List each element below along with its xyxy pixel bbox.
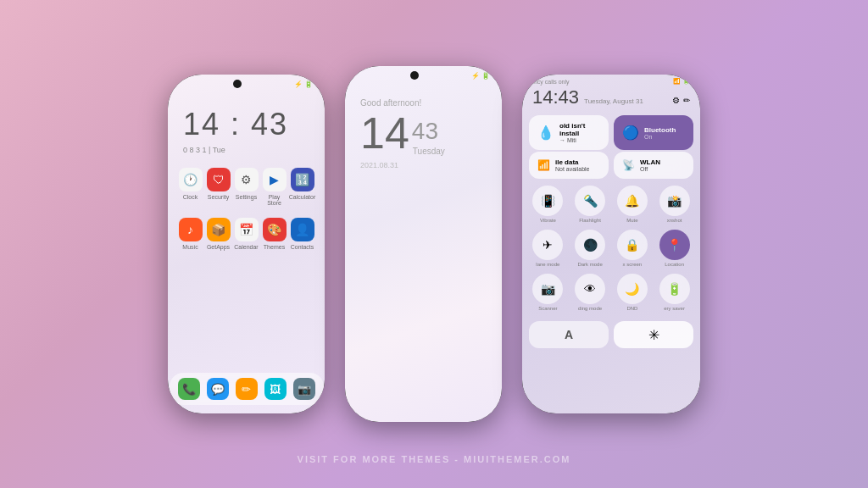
clock-date: 0 8 3 1 | Tue — [183, 146, 309, 154]
battery-icon-3: 🔋 — [682, 78, 690, 85]
btn-darkmode-group: 🌑 Dark mode — [571, 230, 609, 267]
cc-edit-icon[interactable]: ✏ — [683, 96, 690, 105]
cc-settings-icon[interactable]: ⚙ — [672, 96, 680, 105]
btn-dnd-group: 🌙 DND — [614, 274, 652, 311]
btn-reading[interactable]: 👁 — [575, 274, 605, 304]
status-bar-1: ⚡ 🔋 — [168, 75, 325, 90]
dock-cam[interactable]: 📷 — [293, 378, 315, 400]
cc-wlan-subtitle: Off — [640, 166, 660, 172]
app-row-1: 🕐 Clock 🛡 Security ⚙ Settings ▶ Play Sto… — [176, 168, 316, 206]
cc-time-row: 14:43 Tuesday, August 31 ⚙ ✏ — [522, 85, 700, 112]
status-bar-2: ⚡ 🔋 — [345, 66, 502, 81]
btn-vibrate-group: 📳 Vibrate — [529, 186, 567, 223]
cc-widget-data-text: old isn't install → Miti — [559, 122, 600, 143]
cc-data-subtitle: → Miti — [559, 137, 600, 143]
calc-icon: 🔢 — [291, 168, 314, 191]
btn-airplane-label: lane mode — [536, 262, 559, 267]
btn-scanner-label: Scanner — [538, 306, 557, 311]
p2-greeting: Good afternoon! — [360, 98, 421, 108]
app-play[interactable]: ▶ Play Store — [261, 168, 288, 206]
btn-flashlight[interactable]: 🔦 — [575, 186, 605, 216]
cc-bt-subtitle: On — [644, 134, 676, 140]
app-themes[interactable]: 🎨 Themes — [261, 218, 288, 250]
cc-btn-brightness[interactable]: ✳ — [614, 321, 693, 348]
dock-msg[interactable]: 💬 — [207, 378, 229, 400]
data-icon: 💧 — [537, 125, 554, 141]
play-label: Play Store — [261, 194, 288, 206]
bluetooth-icon-2: ⚡ — [471, 72, 480, 80]
app-contacts[interactable]: 👤 Contacts — [289, 218, 316, 250]
contacts-label: Contacts — [291, 244, 314, 250]
clock-label: Clock — [183, 194, 198, 200]
music-icon: ♪ — [179, 218, 203, 241]
app-settings[interactable]: ⚙ Settings — [233, 168, 260, 206]
btn-screenshot-label: xnshot — [667, 218, 682, 223]
status-icons-1: ⚡ 🔋 — [294, 80, 313, 88]
settings-label: Settings — [236, 194, 257, 200]
calendar-icon: 📅 — [235, 218, 259, 241]
settings-icon: ⚙ — [235, 168, 259, 191]
btn-location-group: 📍 Location — [655, 230, 693, 267]
btn-scanner[interactable]: 📷 — [532, 274, 563, 304]
btn-lockscreen-group: 🔒 x screen — [614, 230, 652, 267]
cc-widgets-row2: 📶 ile data Not available 📡 WLAN Off — [522, 152, 700, 182]
cc-data-title: old isn't install — [559, 122, 600, 137]
cc-widget-data[interactable]: 💧 old isn't install → Miti — [529, 115, 609, 150]
app-grid: 🕐 Clock 🛡 Security ⚙ Settings ▶ Play Sto… — [168, 161, 325, 269]
dock-phone[interactable]: 📞 — [178, 378, 200, 400]
app-calendar[interactable]: 📅 Calendar — [233, 218, 260, 250]
security-icon: 🛡 — [207, 168, 231, 191]
cc-buttons-row2: ✈ lane mode 🌑 Dark mode 🔒 x screen 📍 Loc… — [522, 228, 700, 269]
app-getapps[interactable]: 📦 GetApps — [205, 218, 232, 250]
security-label: Security — [208, 194, 229, 200]
status-bar-3: mcy calls only 📶 🔋 — [522, 75, 700, 85]
btn-mute[interactable]: 🔔 — [617, 186, 648, 216]
play-icon: ▶ — [263, 168, 287, 191]
dock-gallery[interactable]: 🖼 — [264, 378, 287, 400]
cc-widget-wlan-text: WLAN Off — [640, 158, 660, 172]
cc-bottom: A ✳ — [522, 318, 700, 352]
btn-battery[interactable]: 🔋 — [659, 274, 690, 304]
app-clock[interactable]: 🕐 Clock — [177, 168, 204, 206]
cc-btn-font[interactable]: A — [529, 321, 609, 348]
status-text: mcy calls only — [532, 79, 570, 85]
p2-minute: 43 — [412, 118, 438, 145]
phone-1: ⚡ 🔋 14 : 43 0 8 3 1 | Tue 🕐 Clock 🛡 Sec — [168, 75, 325, 413]
btn-darkmode[interactable]: 🌑 — [575, 230, 605, 260]
app-security[interactable]: 🛡 Security — [205, 168, 232, 206]
cc-bt-title: Bluetooth — [644, 126, 676, 134]
clock-time: 14 : 43 — [183, 107, 309, 142]
cc-widget-wlan[interactable]: 📡 WLAN Off — [614, 152, 693, 179]
contacts-icon: 👤 — [291, 218, 314, 241]
btn-vibrate-label: Vibrate — [540, 218, 556, 223]
btn-mute-label: Mute — [626, 218, 637, 223]
btn-vibrate[interactable]: 📳 — [532, 186, 563, 216]
punch-hole-2 — [410, 71, 419, 80]
btn-dnd[interactable]: 🌙 — [617, 274, 648, 304]
status-icons-2: ⚡ 🔋 — [471, 72, 490, 80]
clock-widget: 14 : 43 0 8 3 1 | Tue — [168, 90, 325, 161]
btn-location[interactable]: 📍 — [659, 230, 690, 260]
btn-reading-group: 👁 ding mode — [571, 274, 609, 311]
battery-icon-1: 🔋 — [304, 80, 313, 88]
app-music[interactable]: ♪ Music — [177, 218, 204, 250]
bluetooth-icon-3: 🔵 — [622, 125, 639, 141]
cc-widget-mobile[interactable]: 📶 ile data Not available — [529, 152, 609, 179]
app-calc[interactable]: 🔢 Calculator — [289, 168, 316, 206]
dock-notes[interactable]: ✏ — [236, 378, 258, 400]
p2-hour: 14 — [360, 111, 409, 155]
battery-icon-2: 🔋 — [481, 72, 490, 80]
btn-location-label: Location — [665, 262, 684, 267]
btn-lockscreen[interactable]: 🔒 — [617, 230, 648, 260]
mobile-icon: 📶 — [537, 159, 550, 171]
cc-widget-bluetooth[interactable]: 🔵 Bluetooth On — [614, 115, 693, 150]
btn-screenshot[interactable]: 📸 — [659, 186, 690, 216]
cc-date-icons: ⚙ ✏ — [672, 96, 690, 105]
app-row-2: ♪ Music 📦 GetApps 📅 Calendar 🎨 Themes — [176, 218, 316, 250]
btn-battery-label: ery saver — [664, 306, 685, 311]
p2-full-date: 2021.08.31 — [360, 161, 398, 169]
btn-airplane[interactable]: ✈ — [532, 230, 563, 260]
p2-day: Tuesday — [413, 147, 445, 156]
dock: 📞 💬 ✏ 🖼 📷 — [170, 373, 324, 405]
cc-widget-mobile-text: ile data Not available — [555, 158, 589, 172]
